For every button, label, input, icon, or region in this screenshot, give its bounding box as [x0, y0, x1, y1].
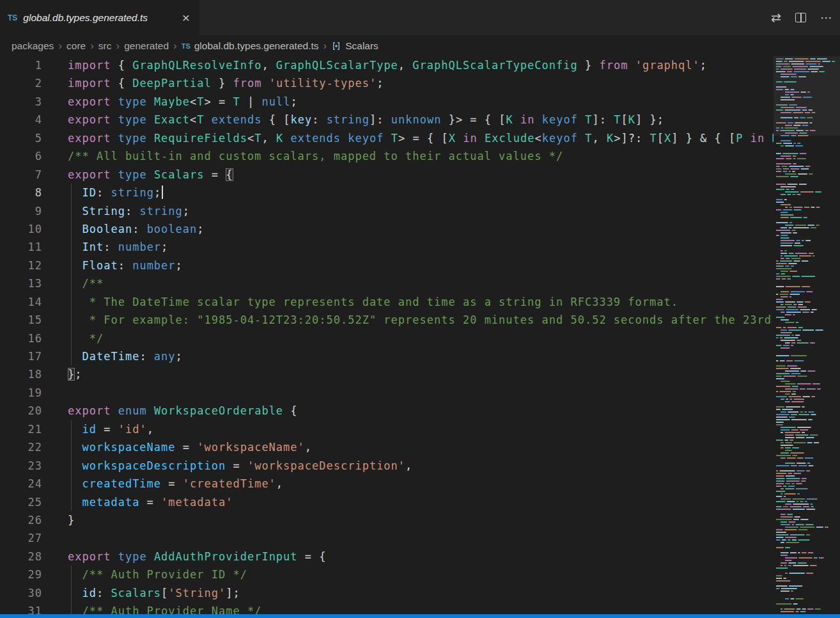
code-line[interactable]: 16 */ — [0, 329, 774, 347]
code-line[interactable]: 9 String: string; — [0, 202, 774, 220]
line-number[interactable]: 19 — [0, 384, 42, 402]
more-actions-icon[interactable]: ⋯ — [820, 12, 832, 24]
split-editor-icon[interactable] — [795, 13, 806, 22]
line-number[interactable]: 29 — [0, 566, 42, 583]
minimap[interactable] — [774, 56, 840, 614]
indent-guide — [71, 274, 72, 292]
code-line[interactable]: 30 id: Scalars['String']; — [0, 584, 774, 602]
tab-global-db-types-generated-ts[interactable]: TS global.db.types.generated.ts × — [0, 0, 200, 35]
status-bar[interactable] — [0, 614, 840, 618]
code-line[interactable]: 25 metadata = 'metadata' — [0, 493, 774, 511]
code-line[interactable]: 6/** All built-in and custom scalars, ma… — [0, 147, 774, 165]
line-number[interactable]: 26 — [0, 511, 42, 529]
line-number[interactable]: 22 — [0, 438, 42, 456]
line-number[interactable]: 17 — [0, 347, 42, 365]
indent-guide — [71, 457, 72, 475]
code-line[interactable]: 3export type Maybe<T> = T | null; — [0, 93, 774, 111]
code-line[interactable]: 19 — [0, 384, 774, 402]
code-line[interactable]: 27 — [0, 529, 774, 547]
line-number[interactable]: 2 — [0, 74, 42, 92]
code-line[interactable]: 5export type RequireFields<T, K extends … — [0, 129, 774, 147]
code-line[interactable]: 26} — [0, 511, 774, 529]
code-line[interactable]: 31 /** Auth Provider Name */ — [0, 602, 774, 614]
breadcrumb-item-generated[interactable]: generated — [124, 40, 169, 52]
code-token: , — [147, 423, 154, 436]
line-number[interactable]: 30 — [0, 584, 42, 602]
code-token — [147, 404, 154, 417]
code-token: , — [261, 59, 276, 72]
line-number[interactable]: 24 — [0, 475, 42, 493]
line-number[interactable]: 5 — [0, 129, 42, 147]
code-line[interactable]: 11 Int: number; — [0, 238, 774, 256]
line-text: * The DateTime scalar type represents da… — [42, 293, 774, 311]
code-line[interactable]: 2import { DeepPartial } from 'utility-ty… — [0, 74, 774, 92]
line-number[interactable]: 28 — [0, 548, 42, 566]
code-line[interactable]: 13 /** — [0, 274, 774, 292]
code-line[interactable]: 14 * The DateTime scalar type represents… — [0, 293, 774, 311]
code-token: , — [276, 477, 283, 490]
code-line[interactable]: 1import { GraphQLResolveInfo, GraphQLSca… — [0, 56, 774, 74]
line-number[interactable]: 14 — [0, 293, 42, 311]
line-text: ID: string; — [42, 184, 774, 202]
breadcrumb-item-core[interactable]: core — [66, 40, 86, 52]
line-text: /** Auth Provider Name */ — [42, 602, 774, 614]
line-number[interactable]: 9 — [0, 202, 42, 220]
line-number[interactable]: 8 — [0, 184, 42, 202]
line-number[interactable]: 11 — [0, 238, 42, 256]
line-number[interactable]: 3 — [0, 93, 42, 111]
code-line[interactable]: 12 Float: number; — [0, 257, 774, 274]
code-line[interactable]: 7export type Scalars = { — [0, 166, 774, 184]
code-token: Scalars — [111, 587, 161, 599]
line-number[interactable]: 31 — [0, 602, 42, 614]
code-token: } — [68, 514, 75, 527]
code-line[interactable]: 18}; — [0, 365, 774, 383]
code-line[interactable]: 28export type AddAuthProviderInput = { — [0, 548, 774, 566]
code-line[interactable]: 20export enum WorkspaceOrderable { — [0, 402, 774, 420]
breadcrumb-item-packages[interactable]: packages — [12, 40, 54, 52]
code-token: K — [607, 132, 614, 145]
typescript-file-icon: TS — [182, 42, 191, 50]
code-line[interactable]: 21 id = 'id', — [0, 420, 774, 438]
code-token — [68, 568, 82, 581]
code-line[interactable]: 8 ID: string; — [0, 184, 774, 202]
code-line[interactable]: 23 workspaceDescription = 'workspaceDesc… — [0, 457, 774, 475]
code-line[interactable]: 4export type Exact<T extends { [key: str… — [0, 111, 774, 129]
close-tab-icon[interactable]: × — [180, 11, 192, 24]
line-number[interactable]: 23 — [0, 457, 42, 475]
code-token — [68, 605, 82, 614]
line-number[interactable]: 4 — [0, 111, 42, 129]
code-line[interactable]: 29 /** Auth Provider ID */ — [0, 566, 774, 583]
code-line[interactable]: 22 workspaceName = 'workspaceName', — [0, 438, 774, 456]
code-token: : — [312, 113, 326, 126]
line-number[interactable]: 15 — [0, 311, 42, 329]
code-line[interactable]: 24 createdTime = 'createdTime', — [0, 475, 774, 493]
line-number[interactable]: 25 — [0, 493, 42, 511]
line-number[interactable]: 16 — [0, 329, 42, 347]
code-line[interactable]: 10 Boolean: boolean; — [0, 220, 774, 238]
line-number[interactable]: 10 — [0, 220, 42, 238]
open-changes-icon[interactable]: ⇄ — [771, 12, 781, 24]
line-number[interactable]: 20 — [0, 402, 42, 420]
code-line[interactable]: 15 * For example: "1985-04-12T23:20:50.5… — [0, 311, 774, 329]
code-token — [68, 186, 82, 199]
code-token — [68, 313, 82, 326]
line-number[interactable]: 1 — [0, 56, 42, 74]
line-number[interactable]: 7 — [0, 166, 42, 184]
code-token: GraphQLScalarType — [276, 59, 398, 72]
line-text: export type Scalars = { — [42, 166, 774, 184]
breadcrumb-item-global-db-types-generated-ts[interactable]: TSglobal.db.types.generated.ts — [182, 40, 319, 52]
line-number[interactable]: 27 — [0, 529, 42, 547]
line-number[interactable]: 21 — [0, 420, 42, 438]
code-token: metadata — [82, 496, 139, 509]
indent-guide — [71, 420, 72, 438]
breadcrumb-item-scalars[interactable]: Scalars — [331, 40, 378, 52]
line-number[interactable]: 12 — [0, 257, 42, 274]
code-token: = — [161, 477, 183, 490]
line-number[interactable]: 18 — [0, 365, 42, 383]
breadcrumb-item-src[interactable]: src — [98, 40, 112, 52]
line-number[interactable]: 6 — [0, 147, 42, 165]
code-line[interactable]: 17 DateTime: any; — [0, 347, 774, 365]
code-token: X — [664, 132, 671, 145]
line-number[interactable]: 13 — [0, 274, 42, 292]
code-token: < — [535, 132, 542, 145]
